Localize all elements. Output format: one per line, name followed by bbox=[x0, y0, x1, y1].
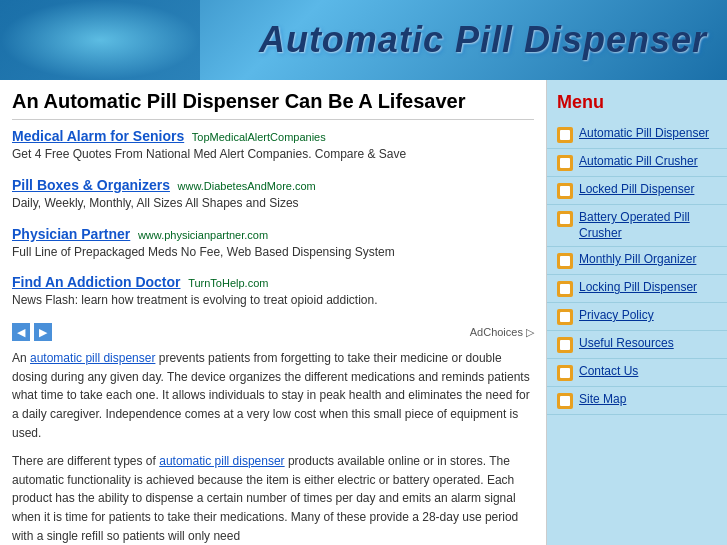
sidebar-item-3[interactable]: Battery Operated Pill Crusher bbox=[547, 205, 727, 247]
next-arrow[interactable]: ▶ bbox=[34, 323, 52, 341]
sidebar-item-0[interactable]: Automatic Pill Dispenser bbox=[547, 121, 727, 149]
ad-item-3: Physician Partner www.physicianpartner.c… bbox=[12, 226, 534, 261]
sidebar-item-label-4: Monthly Pill Organizer bbox=[579, 252, 696, 268]
ad-desc-3: Full Line of Prepackaged Meds No Fee, We… bbox=[12, 244, 534, 261]
sidebar-icon-6 bbox=[557, 309, 573, 325]
sidebar-icon-7 bbox=[557, 337, 573, 353]
sidebar-item-label-1: Automatic Pill Crusher bbox=[579, 154, 698, 170]
ad-desc-1: Get 4 Free Quotes From National Med Aler… bbox=[12, 146, 534, 163]
ad-source-4: TurnToHelp.com bbox=[188, 277, 268, 289]
sidebar-item-2[interactable]: Locked Pill Dispenser bbox=[547, 177, 727, 205]
ad-title-3[interactable]: Physician Partner bbox=[12, 226, 130, 242]
ad-desc-2: Daily, Weekly, Monthly, All Sizes All Sh… bbox=[12, 195, 534, 212]
sidebar-item-6[interactable]: Privacy Policy bbox=[547, 303, 727, 331]
ad-source-3: www.physicianpartner.com bbox=[138, 229, 268, 241]
site-title: Automatic Pill Dispenser bbox=[259, 19, 707, 61]
sidebar-item-5[interactable]: Locking Pill Dispenser bbox=[547, 275, 727, 303]
sidebar-item-label-0: Automatic Pill Dispenser bbox=[579, 126, 709, 142]
sidebar-item-label-2: Locked Pill Dispenser bbox=[579, 182, 694, 198]
page-layout: An Automatic Pill Dispenser Can Be A Lif… bbox=[0, 80, 727, 545]
body-link-1[interactable]: automatic pill dispenser bbox=[30, 351, 155, 365]
sidebar-item-1[interactable]: Automatic Pill Crusher bbox=[547, 149, 727, 177]
sidebar-item-label-8: Contact Us bbox=[579, 364, 638, 380]
header-background-image bbox=[0, 0, 200, 80]
sidebar-icon-5 bbox=[557, 281, 573, 297]
sidebar-item-label-6: Privacy Policy bbox=[579, 308, 654, 324]
ad-item-1: Medical Alarm for Seniors TopMedicalAler… bbox=[12, 128, 534, 163]
ad-item-2: Pill Boxes & Organizers www.DiabetesAndM… bbox=[12, 177, 534, 212]
body-paragraph-2: There are different types of automatic p… bbox=[12, 452, 534, 545]
ad-source-1: TopMedicalAlertCompanies bbox=[192, 131, 326, 143]
sidebar-item-label-7: Useful Resources bbox=[579, 336, 674, 352]
sidebar-item-label-9: Site Map bbox=[579, 392, 626, 408]
main-content: An Automatic Pill Dispenser Can Be A Lif… bbox=[0, 80, 547, 545]
sidebar: Menu Automatic Pill DispenserAutomatic P… bbox=[547, 80, 727, 545]
sidebar-item-label-5: Locking Pill Dispenser bbox=[579, 280, 697, 296]
sidebar-item-9[interactable]: Site Map bbox=[547, 387, 727, 415]
sidebar-item-8[interactable]: Contact Us bbox=[547, 359, 727, 387]
ad-listings: Medical Alarm for Seniors TopMedicalAler… bbox=[12, 128, 534, 309]
ad-title-4[interactable]: Find An Addiction Doctor bbox=[12, 274, 181, 290]
sidebar-icon-1 bbox=[557, 155, 573, 171]
sidebar-item-label-3: Battery Operated Pill Crusher bbox=[579, 210, 717, 241]
body-paragraph-1: An automatic pill dispenser prevents pat… bbox=[12, 349, 534, 442]
sidebar-icon-8 bbox=[557, 365, 573, 381]
sidebar-icon-2 bbox=[557, 183, 573, 199]
ad-controls: ◀ ▶ AdChoices ▷ bbox=[12, 323, 534, 341]
ad-source-2: www.DiabetesAndMore.com bbox=[178, 180, 316, 192]
body-link-2[interactable]: automatic pill dispenser bbox=[159, 454, 284, 468]
sidebar-icon-9 bbox=[557, 393, 573, 409]
sidebar-icon-4 bbox=[557, 253, 573, 269]
ad-title-1[interactable]: Medical Alarm for Seniors bbox=[12, 128, 184, 144]
sidebar-icon-0 bbox=[557, 127, 573, 143]
sidebar-icon-3 bbox=[557, 211, 573, 227]
header: Automatic Pill Dispenser bbox=[0, 0, 727, 80]
sidebar-items: Automatic Pill DispenserAutomatic Pill C… bbox=[547, 121, 727, 415]
ad-title-2[interactable]: Pill Boxes & Organizers bbox=[12, 177, 170, 193]
ad-item-4: Find An Addiction Doctor TurnToHelp.com … bbox=[12, 274, 534, 309]
ad-desc-4: News Flash: learn how treatment is evolv… bbox=[12, 292, 534, 309]
sidebar-item-4[interactable]: Monthly Pill Organizer bbox=[547, 247, 727, 275]
sidebar-item-7[interactable]: Useful Resources bbox=[547, 331, 727, 359]
sidebar-menu-title: Menu bbox=[547, 88, 727, 121]
prev-arrow[interactable]: ◀ bbox=[12, 323, 30, 341]
ad-choices-label[interactable]: AdChoices ▷ bbox=[470, 326, 534, 339]
page-title: An Automatic Pill Dispenser Can Be A Lif… bbox=[12, 90, 534, 120]
